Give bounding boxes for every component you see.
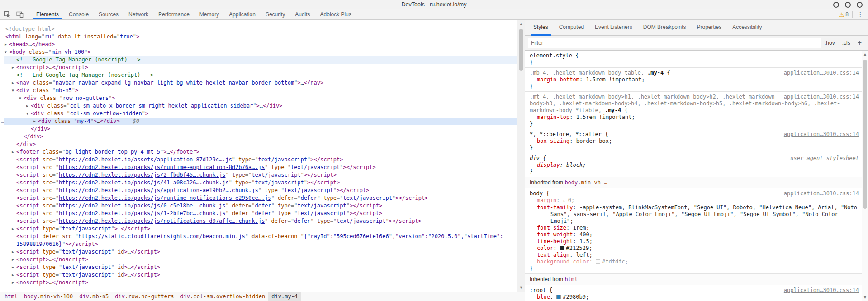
dom-tree-row[interactable]: ▶<nav class="navbar navbar-expand-lg nav…: [4, 79, 517, 87]
stylesheet-source-link[interactable]: application…3010.css:14: [784, 287, 859, 294]
dom-tree-row[interactable]: <script src="https://cdn2.hexlet.io/pack…: [4, 187, 517, 194]
breadcrumb-item[interactable]: body.min-vh-100: [21, 292, 76, 301]
dom-tree-row[interactable]: <script defer src="https://static.cloudf…: [4, 233, 517, 240]
css-property[interactable]: margin: ▸ 0;: [530, 197, 859, 204]
dom-tree-row[interactable]: ▶<script type="text/javascript" id>…</sc…: [4, 248, 517, 256]
tab-elements[interactable]: Elements: [31, 9, 64, 19]
tab-memory[interactable]: Memory: [194, 9, 224, 19]
toggle-class-button[interactable]: .cls: [839, 40, 854, 46]
css-property[interactable]: box-sizing: border-box;: [530, 138, 859, 145]
dom-tree-row[interactable]: <script src="https://cdn2.hexlet.io/pack…: [4, 202, 517, 210]
sidebar-tab-dom-breakpoints[interactable]: DOM Breakpoints: [638, 20, 692, 35]
attribute-link[interactable]: https://cdn2.hexlet.io/packs/js/1-2bfe7b…: [59, 210, 225, 216]
breadcrumb-item[interactable]: div.my-4: [268, 292, 301, 301]
attribute-link[interactable]: https://cdn2.hexlet.io/assets/applicatio…: [59, 156, 232, 163]
tab-audits[interactable]: Audits: [290, 9, 315, 19]
color-swatch[interactable]: [560, 246, 564, 250]
window-button-minimize-icon[interactable]: [833, 2, 839, 8]
dom-tree-row[interactable]: ▼<body class="min-vh-100">: [4, 48, 517, 56]
expand-arrow-icon[interactable]: ▶: [12, 279, 14, 287]
stylesheet-source-link[interactable]: application…3010.css:14: [784, 131, 859, 138]
dom-tree-row[interactable]: ▼<div class="row no-gutters">: [4, 94, 517, 102]
scroll-down-icon[interactable]: ▼: [862, 294, 868, 301]
tab-adblock-plus[interactable]: Adblock Plus: [315, 9, 356, 19]
dom-tree-row[interactable]: </div>: [4, 141, 517, 148]
dom-tree-row[interactable]: ▼<div class="mb-n5">: [4, 87, 517, 94]
expand-arrow-icon[interactable]: ▶: [12, 248, 14, 256]
dom-tree-row[interactable]: <html lang="ru" data-lt-installed="true"…: [4, 33, 517, 41]
color-swatch[interactable]: [556, 295, 561, 299]
tab-console[interactable]: Console: [64, 9, 94, 19]
stylesheet-source-link[interactable]: application…3010.css:14: [784, 70, 859, 76]
expand-arrow-icon[interactable]: ▶: [26, 102, 28, 110]
css-property[interactable]: line-height: 1.5;: [530, 238, 859, 245]
css-selector[interactable]: element.style: [530, 52, 572, 59]
css-property[interactable]: display: block;: [530, 162, 859, 169]
styles-scrollbar[interactable]: ▲ ▼: [862, 51, 868, 301]
expand-arrow-icon[interactable]: ▶: [12, 225, 14, 233]
new-style-rule-button[interactable]: +: [854, 39, 865, 47]
dom-tree-row[interactable]: <script src="https://cdn2.hexlet.io/pack…: [4, 164, 517, 171]
css-property[interactable]: font-family: -apple-system, BlinkMacSyst…: [530, 204, 859, 225]
kebab-menu-icon[interactable]: ⋮: [856, 11, 864, 18]
sidebar-tab-accessibility[interactable]: Accessibility: [727, 20, 767, 35]
dom-tree-row[interactable]: </div>: [4, 133, 517, 141]
attribute-link[interactable]: https://static.cloudflareinsights.com/be…: [78, 233, 245, 240]
expand-arrow-icon[interactable]: ▶: [12, 79, 14, 87]
dom-tree-row[interactable]: <!doctype html>: [4, 25, 517, 33]
tab-application[interactable]: Application: [224, 9, 261, 19]
window-button-maximize-icon[interactable]: [845, 2, 851, 8]
css-selector[interactable]: :root: [530, 287, 546, 293]
dom-tree-row[interactable]: ▶<script type="text/javascript" id>…</sc…: [4, 263, 517, 271]
dom-tree-row[interactable]: <!-- End Google Tag Manager (noscript) -…: [4, 71, 517, 79]
dom-tree-row[interactable]: </div>: [4, 125, 517, 133]
collapse-arrow-icon[interactable]: ▼: [26, 110, 28, 118]
css-selector[interactable]: *, *::before, *::after: [530, 131, 602, 137]
breadcrumb-item[interactable]: div.mb-n5: [76, 292, 112, 301]
warnings-badge[interactable]: ⚠ 8: [839, 11, 849, 18]
dom-tree-row[interactable]: <!-- Google Tag Manager (noscript) -->: [4, 56, 517, 64]
css-property[interactable]: margin-top: 1.5rem !important;: [530, 114, 859, 121]
attribute-link[interactable]: https://cdn2.hexlet.io/packs/js/2-fbd6f4…: [59, 172, 225, 178]
dom-tree-row[interactable]: ▶<noscript>…</noscript>: [4, 279, 517, 287]
css-selector[interactable]: .mb-4, .hexlet-markdown-body table,: [530, 70, 647, 76]
attribute-link[interactable]: https://cdn2.hexlet.io/packs/js/notifica…: [59, 218, 265, 224]
tab-network[interactable]: Network: [123, 9, 153, 19]
dom-tree-row[interactable]: ▶<noscript>…</noscript>: [4, 256, 517, 263]
inherited-node-link[interactable]: body.min-vh-…: [564, 179, 607, 186]
css-selector[interactable]: body: [530, 190, 543, 197]
expand-arrow-icon[interactable]: ▶: [12, 64, 14, 71]
sidebar-tab-computed[interactable]: Computed: [554, 20, 589, 35]
scrollbar-thumb[interactable]: [863, 60, 867, 209]
dom-tree-row[interactable]: <script src="https://cdn2.hexlet.io/pack…: [4, 179, 517, 187]
shorthand-expand-icon[interactable]: ▸: [563, 198, 568, 203]
css-property[interactable]: text-align: left;: [530, 252, 859, 259]
dom-tree-row[interactable]: ▶<script type="text/javascript" id>…</sc…: [4, 271, 517, 279]
dom-tree-row[interactable]: ▶…<div class="my-4">…</div> == $0: [4, 118, 517, 125]
expand-arrow-icon[interactable]: ▶: [12, 263, 14, 271]
dom-tree-row[interactable]: ▶<footer class="bg-light border-top py-4…: [4, 148, 517, 156]
css-selector[interactable]: div: [530, 155, 540, 161]
scrollbar-thumb[interactable]: [519, 29, 523, 71]
dom-tree-row[interactable]: 1589881970616}"></script>: [4, 240, 517, 248]
dom-tree-row[interactable]: <script src="https://cdn2.hexlet.io/pack…: [4, 217, 517, 225]
dom-tree-row[interactable]: <script src="https://cdn2.hexlet.io/asse…: [4, 156, 517, 164]
sidebar-tab-properties[interactable]: Properties: [691, 20, 727, 35]
scroll-down-icon[interactable]: ▼: [517, 284, 525, 291]
attribute-link[interactable]: https://cdn2.hexlet.io/packs/js/runtime~…: [59, 164, 265, 170]
expand-arrow-icon[interactable]: ▶: [33, 118, 36, 125]
css-property[interactable]: font-weight: 400;: [530, 231, 859, 238]
styles-filter-input[interactable]: [528, 38, 821, 48]
collapse-arrow-icon[interactable]: ▼: [5, 48, 7, 56]
dom-tree-row[interactable]: <script src="https://cdn2.hexlet.io/pack…: [4, 210, 517, 217]
css-property[interactable]: font-size: 1rem;: [530, 225, 859, 231]
css-property[interactable]: background-color: #fdfdfc;: [530, 259, 859, 265]
attribute-link[interactable]: https://cdn2.hexlet.io/packs/js/0-c5e18b…: [59, 202, 225, 209]
tab-performance[interactable]: Performance: [153, 9, 194, 19]
toggle-hover-state-button[interactable]: :hov: [821, 40, 839, 46]
tab-sources[interactable]: Sources: [94, 9, 123, 19]
dom-tree-row[interactable]: ▶<head>…</head>: [4, 41, 517, 48]
css-property[interactable]: margin-bottom: 1.5rem !important;: [530, 76, 859, 83]
expand-arrow-icon[interactable]: ▶: [5, 41, 7, 48]
css-property[interactable]: color: #212529;: [530, 245, 859, 252]
